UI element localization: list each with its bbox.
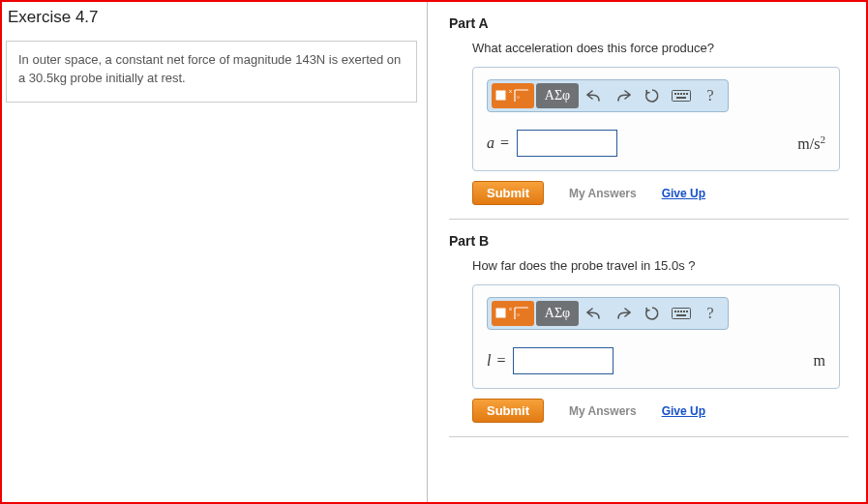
template-button[interactable]: x ▫: [492, 83, 534, 108]
svg-rect-0: [496, 91, 505, 100]
part-b-title: Part B: [449, 233, 849, 249]
svg-rect-14: [674, 311, 676, 312]
svg-rect-6: [680, 93, 682, 95]
my-answers-link[interactable]: My Answers: [569, 404, 637, 418]
svg-rect-3: [673, 91, 691, 102]
svg-rect-16: [680, 311, 682, 312]
problem-pane: Exercise 4.7 In outer space, a constant …: [2, 2, 428, 502]
app-frame: Exercise 4.7 In outer space, a constant …: [0, 0, 868, 504]
part-b: Part B How far does the probe travel in …: [449, 233, 849, 437]
svg-rect-17: [683, 311, 685, 312]
keyboard-button[interactable]: [668, 301, 695, 326]
svg-rect-5: [677, 93, 679, 95]
reset-button[interactable]: [639, 83, 666, 108]
equation-toolbar: x ▫ ΑΣφ: [487, 297, 729, 330]
redo-button[interactable]: [610, 301, 637, 326]
answer-row: l = m: [487, 347, 825, 374]
submit-button[interactable]: Submit: [472, 181, 544, 205]
variable-label: a: [487, 134, 494, 152]
my-answers-link[interactable]: My Answers: [569, 187, 637, 200]
svg-rect-9: [676, 97, 686, 99]
svg-text:x: x: [509, 306, 512, 311]
equals-sign: =: [500, 134, 509, 152]
part-b-actions: Submit My Answers Give Up: [472, 399, 849, 423]
give-up-link[interactable]: Give Up: [662, 187, 705, 200]
svg-text:▫: ▫: [517, 93, 520, 102]
equals-sign: =: [496, 352, 505, 370]
variable-label: l: [487, 352, 491, 370]
part-a-answer-panel: x ▫ ΑΣφ: [472, 67, 840, 171]
equation-toolbar: x ▫ ΑΣφ: [487, 79, 729, 112]
help-button[interactable]: ?: [697, 83, 724, 108]
svg-text:x: x: [509, 88, 512, 94]
svg-rect-10: [496, 309, 505, 317]
give-up-link[interactable]: Give Up: [662, 404, 705, 418]
answer-input-b[interactable]: [513, 347, 614, 374]
keyboard-button[interactable]: [668, 83, 695, 108]
reset-button[interactable]: [639, 301, 666, 326]
redo-button[interactable]: [610, 83, 637, 108]
undo-button[interactable]: [581, 83, 608, 108]
unit-label: m/s2: [797, 133, 825, 153]
svg-rect-8: [686, 93, 688, 95]
answer-row: a = m/s2: [487, 130, 825, 157]
submit-button[interactable]: Submit: [472, 399, 544, 423]
svg-rect-19: [676, 314, 686, 316]
greek-button[interactable]: ΑΣφ: [536, 83, 579, 108]
problem-statement: In outer space, a constant net force of …: [6, 41, 417, 103]
part-a-actions: Submit My Answers Give Up: [472, 181, 849, 205]
help-button[interactable]: ?: [697, 301, 724, 326]
template-button[interactable]: x ▫: [492, 301, 534, 326]
greek-button[interactable]: ΑΣφ: [536, 301, 579, 326]
divider: [449, 219, 849, 220]
answer-input-a[interactable]: [517, 130, 617, 157]
part-a: Part A What acceleration does this force…: [449, 15, 849, 220]
part-a-question: What acceleration does this force produc…: [472, 41, 849, 55]
part-b-question: How far does the probe travel in 15.0s ?: [472, 258, 849, 273]
answer-pane: Part A What acceleration does this force…: [428, 2, 866, 502]
exercise-title: Exercise 4.7: [8, 8, 417, 27]
problem-text: In outer space, a constant net force of …: [18, 52, 401, 85]
svg-rect-7: [683, 93, 685, 95]
unit-label: m: [814, 352, 825, 370]
part-a-title: Part A: [449, 15, 849, 31]
svg-rect-13: [673, 309, 691, 319]
svg-rect-4: [674, 93, 676, 95]
svg-rect-18: [686, 311, 688, 312]
divider: [449, 436, 849, 437]
svg-rect-15: [677, 311, 679, 312]
undo-button[interactable]: [581, 301, 608, 326]
svg-text:▫: ▫: [517, 311, 520, 319]
part-b-answer-panel: x ▫ ΑΣφ: [472, 284, 840, 389]
